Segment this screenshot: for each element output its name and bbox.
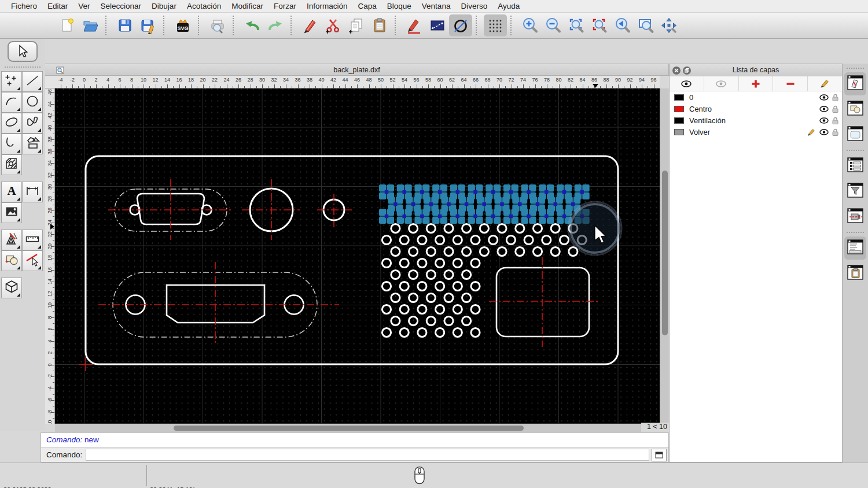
menu-forzar[interactable]: Forzar bbox=[269, 0, 301, 13]
close-panel-button[interactable] bbox=[672, 66, 681, 75]
circle-tool-button-active[interactable] bbox=[449, 14, 472, 36]
drawing-canvas[interactable] bbox=[55, 88, 660, 424]
save-as-button[interactable] bbox=[137, 14, 160, 36]
ruler-tick bbox=[345, 84, 346, 88]
document-tab-bar[interactable]: back_plate.dxf bbox=[45, 64, 669, 76]
float-panel-button[interactable] bbox=[683, 66, 691, 75]
hide-all-layers-button[interactable] bbox=[704, 76, 739, 91]
menu-diverso[interactable]: Diverso bbox=[455, 0, 492, 13]
redo-button[interactable] bbox=[264, 14, 287, 36]
layer-color-swatch[interactable] bbox=[674, 94, 684, 101]
zoom-window-button[interactable] bbox=[634, 14, 657, 36]
tool-solid-3d[interactable] bbox=[1, 278, 22, 298]
zoom-pan-button[interactable] bbox=[657, 14, 681, 36]
command-input[interactable] bbox=[86, 449, 649, 461]
layer-lock-toggle[interactable] bbox=[832, 117, 838, 124]
layer-visibility-toggle[interactable] bbox=[819, 106, 829, 112]
layer-color-swatch[interactable] bbox=[674, 129, 684, 135]
new-file-button[interactable] bbox=[56, 14, 79, 36]
dock-command-console-button[interactable] bbox=[844, 236, 866, 260]
menu-fichero[interactable]: Fichero bbox=[6, 0, 42, 13]
tool-block[interactable] bbox=[1, 250, 22, 271]
layer-lock-toggle[interactable] bbox=[832, 128, 838, 136]
tool-arc[interactable] bbox=[1, 92, 22, 113]
cut-button[interactable] bbox=[322, 14, 345, 36]
zoom-auto-button[interactable] bbox=[588, 14, 611, 36]
layer-visibility-toggle[interactable] bbox=[819, 94, 829, 101]
dock-clipboard-panel-button[interactable] bbox=[844, 262, 866, 285]
add-layer-button[interactable] bbox=[739, 76, 774, 91]
tool-line[interactable] bbox=[22, 71, 43, 92]
tool-measure[interactable] bbox=[22, 230, 43, 250]
dock-draft-panel-button[interactable] bbox=[844, 72, 866, 95]
draw-order-pencil-button[interactable] bbox=[403, 14, 426, 36]
horizontal-scrollbar[interactable] bbox=[55, 424, 641, 432]
vertical-scroll-thumb[interactable] bbox=[662, 171, 668, 335]
layer-lock-toggle[interactable] bbox=[832, 105, 838, 113]
paste-button[interactable] bbox=[368, 14, 391, 36]
tool-hatch[interactable] bbox=[1, 154, 22, 175]
menu-informacion[interactable]: Información bbox=[301, 0, 353, 13]
tool-spline[interactable] bbox=[22, 113, 43, 134]
menu-capa[interactable]: Capa bbox=[353, 0, 382, 13]
layer-visibility-toggle[interactable] bbox=[819, 117, 829, 124]
ruler-label: 88 bbox=[600, 77, 613, 83]
layer-row-centro[interactable]: Centro bbox=[670, 103, 842, 114]
grid-toggle-button-active[interactable] bbox=[484, 14, 507, 36]
tool-ellipse[interactable] bbox=[1, 113, 22, 134]
ruler-tick bbox=[96, 84, 97, 88]
tool-select-entity[interactable] bbox=[22, 250, 43, 271]
command-dock-button[interactable] bbox=[652, 449, 667, 461]
select-arrow-button[interactable] bbox=[8, 41, 38, 62]
horizontal-scroll-thumb[interactable] bbox=[174, 426, 524, 431]
vertical-scrollbar[interactable] bbox=[660, 88, 669, 424]
zoom-previous-button[interactable] bbox=[611, 14, 634, 36]
layer-visibility-toggle[interactable] bbox=[819, 129, 829, 135]
dock-library-browser-button[interactable] bbox=[844, 123, 866, 146]
ruler-tick bbox=[363, 86, 363, 88]
draw-pencil-button[interactable] bbox=[299, 14, 322, 36]
dock-selection-filter-button[interactable] bbox=[844, 180, 866, 203]
dock-layer-list-button[interactable] bbox=[844, 154, 866, 178]
menu-ver[interactable]: Ver bbox=[73, 0, 95, 13]
layer-color-swatch[interactable] bbox=[674, 106, 684, 112]
edit-layer-button[interactable] bbox=[808, 76, 842, 91]
zoom-in-button[interactable] bbox=[518, 14, 542, 36]
save-button[interactable] bbox=[113, 14, 137, 36]
open-file-button[interactable] bbox=[79, 14, 102, 36]
tool-points[interactable] bbox=[1, 71, 22, 92]
dock-block-list-button[interactable] bbox=[844, 98, 866, 121]
menu-acotacion[interactable]: Acotación bbox=[182, 0, 226, 13]
tool-modify[interactable] bbox=[1, 230, 22, 250]
export-svg-button[interactable]: SVG bbox=[171, 14, 194, 36]
copy-button[interactable] bbox=[345, 14, 368, 36]
tool-polyline[interactable] bbox=[1, 134, 22, 154]
ruler-tick bbox=[333, 84, 334, 88]
menu-ayuda[interactable]: Ayuda bbox=[492, 0, 525, 13]
menu-modificar[interactable]: Modificar bbox=[226, 0, 269, 13]
tool-image[interactable] bbox=[1, 202, 22, 223]
tool-text[interactable]: A bbox=[1, 182, 22, 202]
layer-row-volver[interactable]: Volver bbox=[670, 126, 842, 138]
tool-polygon[interactable] bbox=[22, 134, 43, 154]
zoom-page-button[interactable] bbox=[565, 14, 588, 36]
layer-row-0[interactable]: 0 bbox=[670, 91, 842, 103]
layer-row-ventilacion[interactable]: Ventilación bbox=[670, 114, 842, 126]
menu-ventana[interactable]: Ventana bbox=[417, 0, 456, 13]
zoom-out-button[interactable] bbox=[542, 14, 565, 36]
ruler-tick bbox=[262, 84, 263, 88]
menu-bloque[interactable]: Bloque bbox=[382, 0, 417, 13]
menu-editar[interactable]: Editar bbox=[42, 0, 73, 13]
tool-dimension[interactable] bbox=[22, 182, 43, 202]
menu-dibujar[interactable]: Dibujar bbox=[146, 0, 182, 13]
menu-seleccionar[interactable]: Seleccionar bbox=[95, 0, 147, 13]
remove-layer-button[interactable] bbox=[773, 76, 808, 91]
tool-circle[interactable] bbox=[22, 92, 43, 113]
show-all-layers-button[interactable] bbox=[670, 76, 704, 91]
print-preview-button[interactable] bbox=[206, 14, 229, 36]
layer-color-swatch[interactable] bbox=[674, 117, 684, 124]
distance-line-button[interactable] bbox=[426, 14, 449, 36]
dock-command-wall-button[interactable] bbox=[844, 205, 866, 228]
undo-button[interactable] bbox=[241, 14, 264, 36]
layer-lock-toggle[interactable] bbox=[832, 94, 838, 101]
